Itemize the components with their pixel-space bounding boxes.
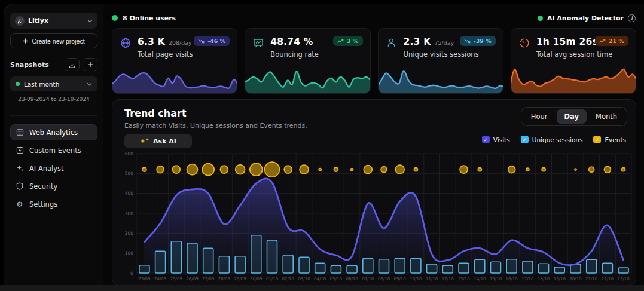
trend-subtitle: Easily match Visits, Unique sessions and… — [124, 122, 307, 130]
legend-events[interactable]: ✓ Events — [593, 136, 626, 143]
trend-panel: Trend chart Easily match Visits, Unique … — [112, 99, 636, 286]
snapshot-status-dot — [16, 82, 20, 86]
stat-card-bouncing-rate: 48.74 % Bouncing rate 3 % — [245, 28, 370, 94]
litlyx-logo-icon — [15, 16, 25, 26]
chevron-down-icon — [87, 19, 93, 23]
svg-text:600: 600 — [125, 151, 134, 157]
topbar: 8 Online users AI Anomaly Detector i — [112, 13, 636, 23]
online-dot — [112, 15, 118, 21]
sidebar-item-ai-analyst[interactable]: AI Analyst — [10, 160, 97, 176]
globe-icon — [120, 36, 132, 59]
svg-text:26/09: 26/09 — [186, 277, 198, 281]
main-area: 8 Online users AI Anomaly Detector i 6.3… — [107, 4, 644, 285]
svg-text:17/10: 17/10 — [521, 277, 533, 281]
project-switcher[interactable]: Litlyx — [10, 13, 97, 29]
svg-text:16/10: 16/10 — [506, 277, 518, 281]
stat-card-total-page-visits: 6.3 K 208/day Total page visits -46 % — [112, 28, 237, 94]
svg-text:08/10: 08/10 — [378, 277, 390, 281]
svg-text:28/09: 28/09 — [218, 277, 230, 281]
trend-badge: 3 % — [333, 36, 362, 46]
granularity-tabs: Hour Day Month — [521, 107, 627, 126]
ask-ai-button[interactable]: ✦✦ Ask AI — [124, 134, 192, 148]
download-icon — [69, 62, 75, 68]
snapshot-range-select[interactable]: Last month — [10, 76, 97, 91]
trend-badge: -46 % — [194, 36, 230, 46]
sidebar: Litlyx Create new project Snapshots Last… — [4, 4, 103, 285]
trend-title: Trend chart — [124, 108, 187, 119]
svg-text:400: 400 — [125, 191, 134, 196]
info-icon[interactable]: i — [628, 14, 636, 22]
tab-day[interactable]: Day — [557, 109, 587, 124]
anomaly-status-dot — [538, 16, 543, 21]
stats-row: 6.3 K 208/day Total page visits -46 % — [112, 28, 636, 94]
svg-text:22/10: 22/10 — [602, 277, 614, 281]
stat-value: 6.3 K — [138, 36, 165, 47]
online-users: 8 Online users — [112, 14, 176, 22]
svg-text:06/10: 06/10 — [346, 277, 358, 281]
svg-text:04/10: 04/10 — [314, 277, 326, 281]
checkbox-unique-sessions: ✓ — [521, 136, 529, 143]
window-bottom-edge — [0, 285, 644, 291]
tab-hour[interactable]: Hour — [523, 109, 556, 124]
svg-text:0: 0 — [130, 271, 133, 276]
sidebar-item-settings[interactable]: ⚙ Settings — [10, 196, 97, 212]
svg-text:100: 100 — [125, 250, 134, 256]
sidebar-item-custom-events[interactable]: Custom Events — [10, 142, 97, 158]
stat-value: 48.74 % — [270, 36, 313, 47]
svg-text:18/10: 18/10 — [538, 277, 550, 281]
timer-icon — [519, 36, 531, 59]
trend-badge: 21 % — [595, 36, 628, 46]
person-icon — [386, 36, 398, 59]
svg-text:10/10: 10/10 — [410, 277, 422, 281]
svg-text:11/10: 11/10 — [426, 277, 438, 281]
sidebar-nav: Web Analytics Custom Events AI Analyst S… — [10, 115, 97, 212]
svg-text:500: 500 — [125, 171, 134, 176]
checkbox-visits: ✓ — [482, 136, 490, 143]
shield-icon — [16, 182, 24, 190]
svg-text:14/10: 14/10 — [474, 277, 486, 281]
trend-chart: 010020030040050060023/0924/0925/0926/092… — [118, 146, 635, 284]
svg-text:200: 200 — [125, 231, 134, 236]
trend-badge: -39 % — [460, 36, 496, 46]
project-name: Litlyx — [28, 17, 84, 24]
sparkline-unique-sessions — [379, 61, 503, 93]
svg-text:13/10: 13/10 — [457, 277, 469, 281]
checkbox-events: ✓ — [593, 136, 601, 143]
svg-text:20/10: 20/10 — [569, 277, 581, 281]
custom-events-icon — [16, 146, 24, 154]
svg-text:12/10: 12/10 — [442, 277, 454, 281]
sparkles-icon — [16, 164, 24, 172]
stat-card-avg-session-time: 1h 15m 26s Total avg session time 21 % — [511, 28, 636, 94]
monitor-chart-icon — [253, 36, 265, 59]
legend-unique-sessions[interactable]: ✓ Unique sessions — [521, 136, 583, 143]
plus-icon — [87, 62, 93, 68]
sidebar-item-security[interactable]: Security — [10, 178, 97, 194]
stat-rate: 208/day — [169, 39, 192, 46]
svg-text:300: 300 — [125, 211, 134, 216]
svg-text:30/09: 30/09 — [250, 277, 262, 281]
create-project-button[interactable]: Create new project — [10, 33, 97, 48]
legend-visits[interactable]: ✓ Visits — [482, 136, 510, 143]
svg-text:05/10: 05/10 — [330, 277, 342, 281]
sparkline-session-time — [511, 61, 636, 93]
snapshot-export-button[interactable] — [65, 58, 80, 71]
svg-text:19/10: 19/10 — [554, 277, 566, 281]
stat-rate: 75/day — [434, 39, 454, 46]
tab-month[interactable]: Month — [588, 109, 625, 124]
stat-value: 2.3 K — [404, 36, 431, 47]
stat-label: Unique visits sessions — [404, 50, 495, 59]
sparkline-visits — [112, 61, 237, 93]
snapshots-label: Snapshots — [10, 61, 62, 69]
sidebar-item-web-analytics[interactable]: Web Analytics — [10, 124, 97, 140]
svg-text:23/09: 23/09 — [138, 277, 150, 281]
chart-legend: ✓ Visits ✓ Unique sessions ✓ Events — [482, 136, 626, 143]
svg-text:23/10: 23/10 — [618, 277, 630, 281]
web-analytics-icon — [16, 128, 24, 136]
plus-icon — [23, 38, 28, 44]
snapshot-add-button[interactable] — [83, 58, 97, 71]
svg-text:07/10: 07/10 — [362, 277, 374, 281]
stat-label: Total page visits — [138, 50, 229, 59]
snapshot-date-range: 23-09-2024 to 23-10-2024 — [10, 96, 97, 102]
svg-text:15/10: 15/10 — [490, 277, 502, 281]
sparkles-icon: ✦✦ — [140, 137, 149, 145]
